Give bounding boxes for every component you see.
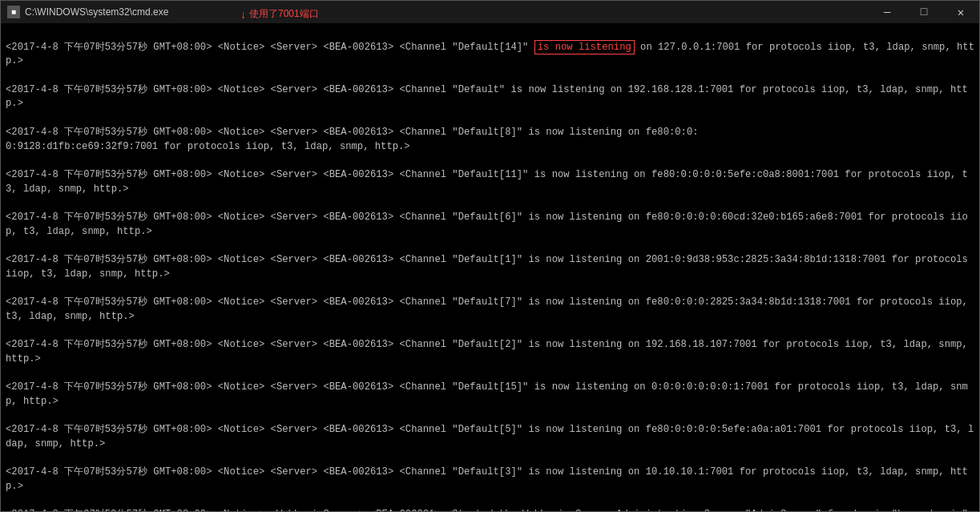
log-line-4: <2017-4-8 下午07时53分57秒 GMT+08:00> <Notice… [6, 168, 974, 196]
window-icon: ■ [7, 6, 20, 18]
log-line-12: <2017-4-8 下午07时53分57秒 GMT+08:00> <Notice… [6, 508, 974, 511]
log-line-3: <2017-4-8 下午07时53分57秒 GMT+08:00> <Notice… [6, 126, 974, 154]
log-line-8: <2017-4-8 下午07时53分57秒 GMT+08:00> <Notice… [6, 338, 974, 366]
window-title: C:\WINDOWS\system32\cmd.exe [25, 6, 168, 18]
window-controls: — □ ✕ [869, 1, 979, 23]
minimize-button[interactable]: — [869, 1, 905, 23]
close-button[interactable]: ✕ [942, 1, 979, 23]
log-line-5: <2017-4-8 下午07时53分57秒 GMT+08:00> <Notice… [6, 211, 974, 239]
cmd-window: ■ C:\WINDOWS\system32\cmd.exe — □ ✕ ↓ 使用… [0, 0, 980, 512]
arrow-icon: ↓ [240, 8, 246, 21]
maximize-button[interactable]: □ [905, 1, 942, 23]
log-line-6: <2017-4-8 下午07时53分57秒 GMT+08:00> <Notice… [6, 253, 974, 281]
log-line-11: <2017-4-8 下午07时53分57秒 GMT+08:00> <Notice… [6, 466, 974, 494]
log-line-1: <2017-4-8 下午07时53分57秒 GMT+08:00> <Notice… [6, 41, 974, 69]
terminal-body: <2017-4-8 下午07时53分57秒 GMT+08:00> <Notice… [1, 23, 979, 511]
port-annotation: ↓ 使用了7001端口 [237, 6, 322, 22]
annotation-text: 使用了7001端口 [249, 7, 319, 21]
log-line-2: <2017-4-8 下午07时53分57秒 GMT+08:00> <Notice… [6, 83, 974, 111]
log-line-10: <2017-4-8 下午07时53分57秒 GMT+08:00> <Notice… [6, 423, 974, 451]
title-bar: ■ C:\WINDOWS\system32\cmd.exe — □ ✕ ↓ 使用… [1, 1, 979, 23]
terminal-content: <2017-4-8 下午07时53分57秒 GMT+08:00> <Notice… [6, 26, 974, 511]
log-line-7: <2017-4-8 下午07时53分57秒 GMT+08:00> <Notice… [6, 296, 974, 324]
log-line-9: <2017-4-8 下午07时53分57秒 GMT+08:00> <Notice… [6, 381, 974, 409]
